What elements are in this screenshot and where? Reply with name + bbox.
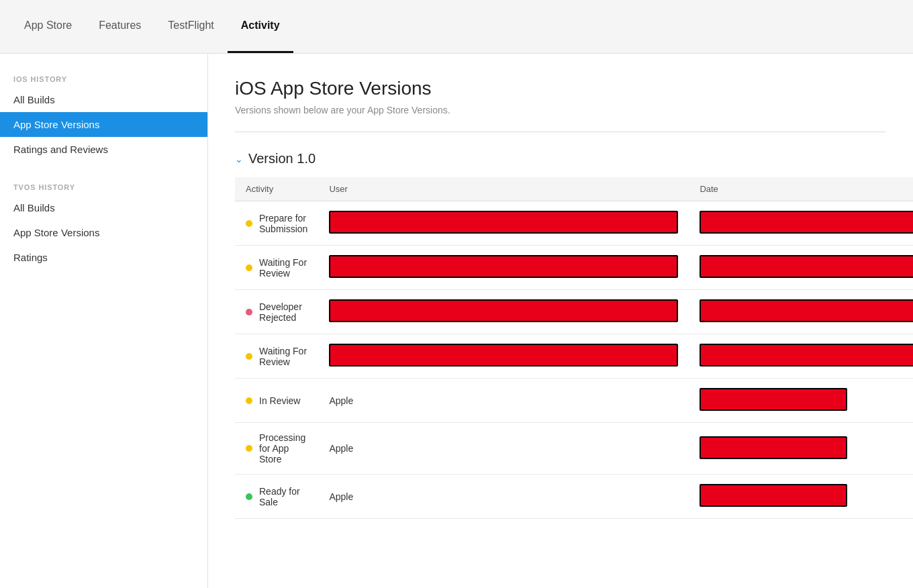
page-subtitle: Versions shown below are your App Store …: [235, 105, 886, 115]
status-dot: [246, 220, 252, 227]
redacted-date: [700, 255, 913, 278]
user-cell: [318, 246, 689, 290]
activity-cell: Ready for Sale: [235, 475, 318, 519]
sidebar-item-tvos-app-store-versions[interactable]: App Store Versions: [0, 220, 207, 245]
user-cell: Apple: [318, 475, 689, 519]
table-row: Developer Rejected: [235, 290, 913, 334]
status-dot: [246, 493, 252, 500]
activity-cell: In Review: [235, 379, 318, 423]
activity-label: Prepare for Submission: [259, 213, 307, 234]
version-header: ⌄ Version 1.0: [235, 151, 886, 166]
date-cell: [689, 334, 913, 379]
redacted-date: [700, 484, 847, 507]
table-row: In ReviewApple: [235, 379, 913, 423]
table-header-row: Activity User Date: [235, 177, 913, 201]
activity-label: Ready for Sale: [259, 486, 307, 507]
redacted-date: [700, 344, 913, 366]
sidebar-item-tvos-all-builds[interactable]: All Builds: [0, 195, 207, 220]
activity-label: Waiting For Review: [259, 346, 307, 367]
chevron-down-icon[interactable]: ⌄: [235, 154, 243, 164]
ios-history-section-title: iOS History: [0, 67, 207, 87]
activity-cell: Developer Rejected: [235, 290, 318, 334]
redacted-user: [329, 255, 678, 278]
main-content: iOS App Store Versions Versions shown be…: [208, 54, 913, 588]
table-row: Processing for App StoreApple: [235, 423, 913, 475]
layout: iOS History All Builds App Store Version…: [0, 54, 913, 588]
nav-app-store[interactable]: App Store: [11, 0, 85, 53]
user-cell: Apple: [318, 423, 689, 475]
status-dot: [246, 264, 252, 271]
nav-features[interactable]: Features: [85, 0, 154, 53]
sidebar-item-tvos-ratings[interactable]: Ratings: [0, 245, 207, 270]
table-row: Waiting For Review: [235, 334, 913, 379]
nav-activity[interactable]: Activity: [228, 0, 293, 53]
sidebar-item-ios-all-builds[interactable]: All Builds: [0, 87, 207, 112]
status-dot: [246, 309, 252, 315]
date-cell: [689, 201, 913, 246]
activity-label: Waiting For Review: [259, 257, 307, 279]
activity-cell: Waiting For Review: [235, 246, 318, 290]
redacted-date: [700, 211, 913, 234]
table-row: Waiting For Review: [235, 246, 913, 290]
col-header-activity: Activity: [235, 177, 318, 201]
user-cell: [318, 290, 689, 334]
activity-label: In Review: [259, 395, 300, 406]
date-cell: [689, 246, 913, 290]
sidebar: iOS History All Builds App Store Version…: [0, 54, 208, 588]
date-cell: [689, 475, 913, 519]
user-cell: [318, 334, 689, 379]
table-row: Ready for SaleApple: [235, 475, 913, 519]
col-header-date: Date: [689, 177, 913, 201]
activity-cell: Waiting For Review: [235, 334, 318, 379]
redacted-user: [329, 211, 678, 234]
page-title: iOS App Store Versions: [235, 78, 886, 99]
table-row: Prepare for Submission: [235, 201, 913, 246]
sidebar-item-ios-app-store-versions[interactable]: App Store Versions: [0, 112, 207, 137]
redacted-date: [700, 299, 913, 322]
activity-label: Processing for App Store: [259, 432, 307, 464]
top-nav: App Store Features TestFlight Activity: [0, 0, 913, 54]
version-label: Version 1.0: [248, 151, 316, 166]
redacted-user: [329, 344, 678, 366]
user-cell: [318, 201, 689, 246]
tvos-history-section-title: tvOS History: [0, 175, 207, 195]
col-header-user: User: [318, 177, 689, 201]
activity-cell: Prepare for Submission: [235, 201, 318, 246]
nav-testflight[interactable]: TestFlight: [154, 0, 227, 53]
activity-cell: Processing for App Store: [235, 423, 318, 475]
redacted-date: [700, 388, 847, 411]
status-dot: [246, 353, 252, 360]
activity-table: Activity User Date Prepare for Submissio…: [235, 177, 913, 519]
date-cell: [689, 379, 913, 423]
redacted-user: [329, 299, 678, 322]
section-divider: [235, 132, 886, 132]
user-cell: Apple: [318, 379, 689, 423]
redacted-date: [700, 436, 847, 459]
sidebar-item-ios-ratings-reviews[interactable]: Ratings and Reviews: [0, 137, 207, 162]
status-dot: [246, 445, 252, 452]
date-cell: [689, 290, 913, 334]
status-dot: [246, 397, 252, 404]
activity-label: Developer Rejected: [259, 301, 307, 323]
date-cell: [689, 423, 913, 475]
